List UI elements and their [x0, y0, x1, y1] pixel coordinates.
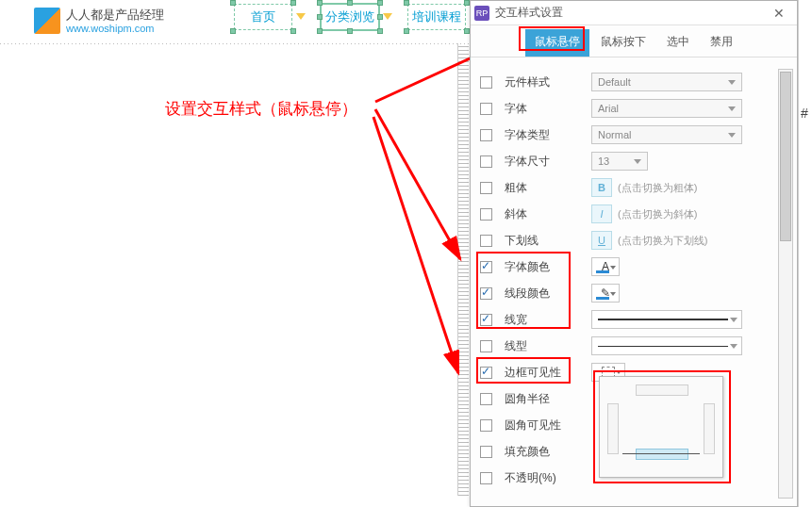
ruler-horizontal	[0, 43, 470, 44]
line-width-select[interactable]	[591, 310, 742, 329]
checkbox-font-type[interactable]	[480, 129, 492, 141]
select-font-size[interactable]: 13	[591, 152, 648, 171]
checkbox-corner-visibility[interactable]	[480, 419, 492, 432]
label: 字体	[505, 101, 584, 117]
select-font-family[interactable]: Arial	[591, 99, 742, 118]
bold-toggle[interactable]: B	[591, 178, 612, 197]
hint: (点击切换为斜体)	[618, 207, 697, 221]
checkbox-font-family[interactable]	[480, 103, 492, 115]
checkbox-opacity[interactable]	[480, 472, 492, 484]
row-font-type: 字体类型 Normal	[480, 122, 772, 148]
checkbox-font-color[interactable]	[480, 261, 492, 273]
svg-line-0	[375, 38, 470, 102]
line-style-select[interactable]	[591, 336, 742, 355]
selection-handle[interactable]	[377, 28, 383, 34]
checkbox-line-style[interactable]	[480, 340, 492, 352]
selection-handle[interactable]	[404, 28, 409, 34]
right-gutter	[798, 0, 812, 507]
tab-selected[interactable]: 选中	[657, 29, 699, 57]
tab-disabled[interactable]: 禁用	[701, 29, 742, 57]
panel-body: 元件样式 Default 字体 Arial 字体类型 Normal 字体尺寸 1…	[471, 57, 797, 506]
checkbox-italic[interactable]	[480, 208, 492, 221]
nav-item-training[interactable]: 培训课程	[407, 4, 466, 30]
selection-handle[interactable]	[230, 0, 236, 6]
row-widget-style: 元件样式 Default	[480, 69, 772, 95]
ruler-vertical	[457, 43, 469, 496]
row-underline: 下划线 U (点击切换为下划线)	[480, 227, 772, 254]
selection-handle[interactable]	[317, 28, 323, 34]
row-line-style: 线型	[480, 333, 772, 359]
svg-line-1	[375, 109, 460, 259]
checkbox-bold[interactable]	[480, 182, 492, 194]
dropdown-marker-icon	[296, 13, 306, 20]
selection-handle[interactable]	[290, 0, 296, 6]
select-font-type[interactable]: Normal	[591, 125, 742, 144]
line-color-picker[interactable]: ✎	[591, 284, 620, 303]
selection-handle[interactable]	[317, 14, 323, 20]
selection-handle[interactable]	[347, 28, 353, 34]
selection-handle[interactable]	[230, 28, 236, 34]
border-bottom-toggle[interactable]	[636, 449, 688, 460]
annotation-arrows	[0, 0, 470, 507]
row-font-size: 字体尺寸 13	[480, 148, 772, 174]
label: 线段颜色	[505, 286, 584, 302]
selection-handle[interactable]	[347, 0, 353, 6]
nav-label: 培训课程	[412, 8, 461, 25]
tab-hover[interactable]: 鼠标悬停	[525, 29, 589, 57]
color-bar	[596, 270, 609, 273]
hint: (点击切换为粗体)	[618, 181, 697, 195]
nav-item-categories[interactable]: 分类浏览	[321, 4, 379, 30]
checkbox-font-size[interactable]	[480, 155, 492, 168]
selection-handle[interactable]	[377, 0, 383, 6]
border-left-toggle[interactable]	[607, 403, 619, 454]
label: 字体颜色	[505, 259, 584, 275]
font-color-picker[interactable]: A	[591, 257, 620, 276]
label: 斜体	[505, 206, 584, 222]
dialog-title: 交互样式设置	[495, 5, 759, 21]
brand-text: 人人都是产品经理 www.woshipm.com	[66, 8, 164, 35]
scrollbar-thumb[interactable]	[780, 72, 791, 241]
nav-label: 分类浏览	[325, 8, 374, 25]
border-right-toggle[interactable]	[704, 403, 715, 454]
selection-handle[interactable]	[317, 0, 323, 6]
nav-item-home[interactable]: 首页	[234, 4, 292, 30]
checkbox-corner-radius[interactable]	[480, 393, 492, 405]
interaction-style-dialog: RP 交互样式设置 ✕ 鼠标悬停 鼠标按下 选中 禁用 元件样式 Default…	[470, 0, 798, 507]
select-widget-style[interactable]: Default	[591, 73, 742, 91]
annotation-text: 设置交互样式（鼠标悬停）	[165, 98, 357, 120]
checkbox-widget-style[interactable]	[480, 76, 492, 89]
row-italic: 斜体 I (点击切换为斜体)	[480, 201, 772, 227]
label: 不透明(%)	[505, 470, 584, 486]
label: 粗体	[505, 180, 584, 196]
dropdown-marker-icon	[383, 13, 392, 20]
label: 线宽	[505, 312, 584, 328]
row-font-color: 字体颜色 A	[480, 254, 772, 280]
svg-line-2	[373, 117, 458, 373]
border-preview-line	[622, 453, 700, 454]
dialog-titlebar[interactable]: RP 交互样式设置 ✕	[471, 1, 797, 25]
tab-mousedown[interactable]: 鼠标按下	[591, 29, 655, 57]
selection-handle[interactable]	[404, 0, 409, 6]
border-top-toggle[interactable]	[636, 384, 688, 396]
row-line-color: 线段颜色 ✎	[480, 280, 772, 306]
checkbox-line-width[interactable]	[480, 314, 492, 326]
label: 字体类型	[505, 127, 584, 143]
row-font-family: 字体 Arial	[480, 95, 772, 122]
checkbox-fill-color[interactable]	[480, 446, 492, 458]
hash-mark: #	[801, 106, 808, 121]
label: 元件样式	[505, 74, 584, 90]
brand-url: www.woshipm.com	[66, 23, 164, 35]
checkbox-underline[interactable]	[480, 235, 492, 247]
italic-toggle[interactable]: I	[591, 204, 612, 223]
selection-handle[interactable]	[290, 28, 296, 34]
brand: 人人都是产品经理 www.woshipm.com	[34, 8, 164, 35]
label: 圆角半径	[505, 391, 584, 407]
checkbox-border-visibility[interactable]	[480, 367, 492, 379]
underline-toggle[interactable]: U	[591, 231, 612, 250]
checkbox-line-color[interactable]	[480, 287, 492, 300]
nav-label: 首页	[251, 8, 275, 25]
row-line-width: 线宽	[480, 306, 772, 333]
close-button[interactable]: ✕	[765, 1, 793, 25]
vertical-scrollbar[interactable]	[778, 69, 793, 499]
border-preview-panel[interactable]	[599, 376, 723, 478]
